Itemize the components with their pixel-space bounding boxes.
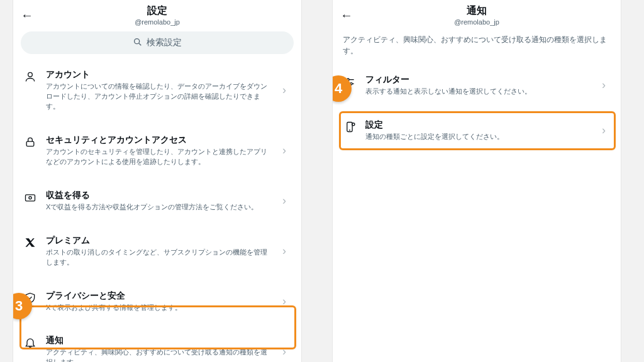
row-title: セキュリティとアカウントアクセス [46,134,274,146]
row-desc: 通知の種類ごとに設定を選択してください。 [365,132,593,142]
chevron-right-icon: › [282,144,291,157]
search-icon [133,37,143,49]
pane-header: ← 通知 @remolabo_jp [333,0,621,28]
search-placeholder: 検索設定 [147,37,182,48]
row-desc: アカウントのセキュリティを管理したり、アカウントと連携したアプリなどのアカウント… [46,147,274,167]
row-title: フィルター [365,74,593,85]
row-title: プレミアム [46,235,274,246]
row-preferences[interactable]: 設定 通知の種類ごとに設定を選択してください。 › [333,111,621,151]
notifications-pane: ← 通知 @remolabo_jp アクティビティ、興味関心、おすすめについて受… [332,0,621,362]
svg-rect-3 [26,141,34,146]
bell-icon [23,336,37,349]
svg-point-5 [29,196,31,199]
x-logo-icon [23,236,37,250]
settings-pane: ← 設定 @remolabo_jp 検索設定 アカウント アカウントについての情… [13,0,302,362]
svg-rect-4 [26,195,35,201]
page-subtitle: @remolabo_jp [358,18,596,26]
row-desc: アクティビティ、興味関心、おすすめについて受け取る通知の種類を選択します。 [46,348,274,362]
page-title: 設定 [38,4,276,18]
row-account[interactable]: アカウント アカウントについての情報を確認したり、データのアーカイブをダウンロー… [13,60,301,121]
chevron-right-icon: › [282,84,291,97]
row-desc: Xで表示および共有する情報を管理します。 [46,303,274,313]
pane-header: ← 設定 @remolabo_jp [13,0,301,28]
row-title: アカウント [46,69,274,80]
back-button[interactable]: ← [340,8,358,23]
row-monetization[interactable]: 収益を得る Xで収益を得る方法や収益化オプションの管理方法をご覧ください。 › [13,181,301,221]
row-title: 設定 [365,119,593,131]
row-desc: 表示する通知と表示しない通知を選択してください。 [365,87,593,97]
svg-line-1 [139,43,141,45]
page-subtitle: @remolabo_jp [38,18,276,26]
search-wrap: 検索設定 [13,28,301,60]
person-icon [23,70,37,84]
row-notifications[interactable]: 通知 アクティビティ、興味関心、おすすめについて受け取る通知の種類を選択します。… [13,326,301,362]
chevron-right-icon: › [282,345,291,358]
row-premium[interactable]: プレミアム ポストの取り消しのタイミングなど、サブスクリプションの機能を管理しま… [13,226,301,277]
row-desc: アカウントについての情報を確認したり、データのアーカイブをダウンロードしたり、ア… [46,82,274,112]
row-title: 通知 [46,335,274,346]
svg-point-13 [352,123,355,126]
row-security[interactable]: セキュリティとアカウントアクセス アカウントのセキュリティを管理したり、アカウン… [13,126,301,176]
settings-list: アカウント アカウントについての情報を確認したり、データのアーカイブをダウンロー… [13,60,301,362]
row-title: 収益を得る [46,190,274,201]
row-privacy[interactable]: プライバシーと安全 Xで表示および共有する情報を管理します。 › [13,282,301,322]
back-button[interactable]: ← [21,8,38,23]
device-icon [343,120,357,134]
page-title: 通知 [358,4,596,18]
row-desc: Xで収益を得る方法や収益化オプションの管理方法をご覧ください。 [46,202,274,212]
page-intro: アクティビティ、興味関心、おすすめについて受け取る通知の種類を選択します。 [333,28,621,65]
chevron-right-icon: › [282,244,291,258]
search-input[interactable]: 検索設定 [21,31,294,54]
chevron-right-icon: › [602,79,611,92]
money-icon [23,190,37,204]
row-filter[interactable]: フィルター 表示する通知と表示しない通知を選択してください。 › [333,65,621,106]
chevron-right-icon: › [282,194,291,207]
notif-list: フィルター 表示する通知と表示しない通知を選択してください。 › 設定 通知の種… [333,65,621,151]
chevron-right-icon: › [602,124,611,137]
row-desc: ポストの取り消しのタイミングなど、サブスクリプションの機能を管理します。 [46,248,274,268]
svg-point-0 [135,38,140,43]
chevron-right-icon: › [282,295,291,308]
row-title: プライバシーと安全 [46,290,274,302]
lock-icon [23,135,37,149]
svg-point-2 [28,72,33,77]
